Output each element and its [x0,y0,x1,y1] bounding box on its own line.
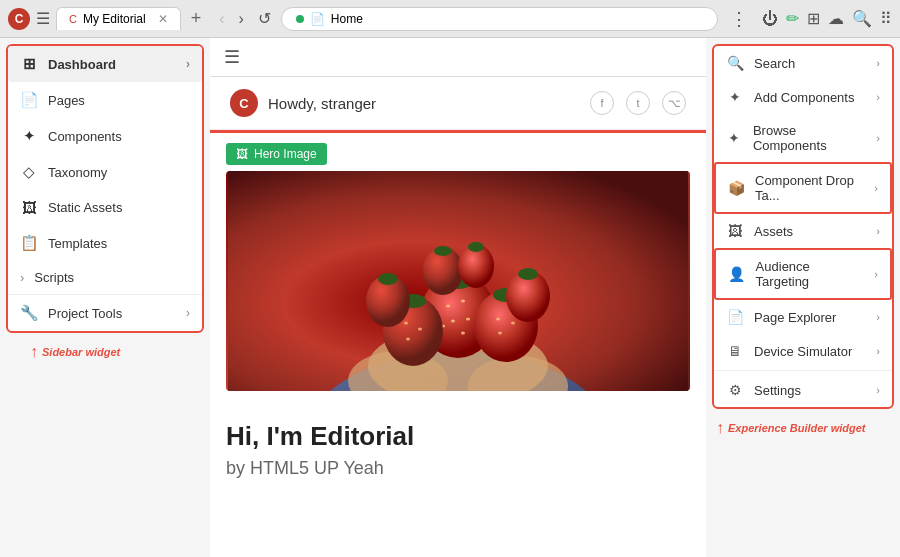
sidebar-label-static-assets: Static Assets [48,200,122,215]
templates-icon: 📋 [20,234,38,252]
right-panel-label-page-explorer: Page Explorer [754,310,836,325]
craftercms-logo: C [230,89,258,117]
right-panel-item-search[interactable]: 🔍 Search › [714,46,892,80]
right-panel-item-assets[interactable]: 🖼 Assets › [714,214,892,248]
sidebar-item-templates[interactable]: 📋 Templates [8,225,202,261]
power-button[interactable]: ⏻ [762,10,778,28]
component-drop-area: 📦 Component Drop Ta... › [714,162,892,214]
right-panel-item-browse-components[interactable]: ✦ Browse Components › [714,114,892,162]
settings-chevron: › [876,384,880,396]
browser-tab[interactable]: C My Editorial ✕ [56,7,181,30]
back-button[interactable]: ‹ [215,8,228,30]
twitter-icon[interactable]: t [626,91,650,115]
grid-button[interactable]: ⊞ [807,9,820,28]
sidebar-item-pages[interactable]: 📄 Pages [8,82,202,118]
hero-svg [226,171,690,391]
hero-label-icon: 🖼 [236,147,248,161]
page-header: C Howdy, stranger f t ⌥ [210,77,706,130]
right-panel-label-add-components: Add Components [754,90,854,105]
svg-point-8 [461,300,465,303]
svg-point-28 [434,246,452,256]
page-header-left: C Howdy, stranger [230,89,376,117]
device-simulator-chevron: › [876,345,880,357]
project-tools-chevron: › [186,306,190,320]
sidebar-widget-label: Sidebar widget [42,346,120,358]
right-panel-label-audience-targeting: Audience Targeting [756,259,865,289]
sidebar-label-scripts: Scripts [34,270,74,285]
edit-button[interactable]: ✏ [786,9,799,28]
sidebar-label-components: Components [48,129,122,144]
search-icon: 🔍 [726,55,744,71]
sidebar-item-taxonomy[interactable]: ◇ Taxonomy [8,154,202,190]
add-components-icon: ✦ [726,89,744,105]
apps-button[interactable]: ⠿ [880,9,892,28]
sidebar-item-scripts[interactable]: › Scripts [8,261,202,294]
search-chevron: › [876,57,880,69]
svg-point-20 [496,318,500,321]
svg-point-30 [468,242,484,252]
components-icon: ✦ [20,127,38,145]
page-explorer-chevron: › [876,311,880,323]
right-panel-item-audience-targeting[interactable]: 👤 Audience Targeting › [714,248,892,300]
sidebar-item-dashboard[interactable]: ⊞ Dashboard › [8,46,202,82]
sidebar-widget-annotation-area: ↑ Sidebar widget [0,339,210,361]
right-panel-label-component-drop: Component Drop Ta... [755,173,864,203]
cms-hamburger-icon[interactable]: ☰ [224,46,240,68]
static-assets-icon: 🖼 [20,199,38,216]
page-icon: 📄 [310,12,325,26]
sidebar-item-static-assets[interactable]: 🖼 Static Assets [8,190,202,225]
svg-point-7 [446,305,450,308]
right-panel-item-add-components[interactable]: ✦ Add Components › [714,80,892,114]
toolbar-area: ☰ ↑ Toolbar widget [210,38,706,77]
right-panel-item-component-drop[interactable]: 📦 Component Drop Ta... › [714,162,892,214]
more-options-icon[interactable]: ⋮ [730,8,748,30]
svg-point-26 [518,268,538,280]
address-bar[interactable]: 📄 Home [281,7,718,31]
page-subtitle: by HTML5 UP Yeah [226,458,690,479]
right-panel-label-search: Search [754,56,795,71]
reload-button[interactable]: ↺ [254,7,275,30]
tab-close-icon[interactable]: ✕ [158,12,168,26]
sidebar-item-project-tools[interactable]: 🔧 Project Tools › [8,295,202,331]
add-tab-button[interactable]: + [191,8,202,29]
dashboard-icon: ⊞ [20,55,38,73]
component-drop-icon: 📦 [728,180,745,196]
svg-point-9 [451,320,455,323]
right-panel-label-device-simulator: Device Simulator [754,344,852,359]
github-icon[interactable]: ⌥ [662,91,686,115]
cms-toolbar: ☰ [210,38,706,77]
pages-icon: 📄 [20,91,38,109]
sidebar-label-taxonomy: Taxonomy [48,165,107,180]
cloud-button[interactable]: ☁ [828,9,844,28]
svg-point-24 [378,273,398,285]
right-panel-divider [714,370,892,371]
right-panel-item-settings[interactable]: ⚙ Settings › [714,373,892,407]
browser-menu-icon[interactable]: ☰ [36,9,50,28]
nav-controls: ‹ › ↺ [215,7,275,30]
social-icons: f t ⌥ [590,91,686,115]
tab-favicon: C [69,13,77,25]
browse-components-icon: ✦ [726,130,743,146]
svg-point-15 [404,322,408,325]
svg-point-10 [466,318,470,321]
facebook-icon[interactable]: f [590,91,614,115]
main-panels: ⊞ Dashboard › 📄 Pages ✦ Components ◇ Tax… [0,38,900,557]
hero-section: 🖼 Hero Image [226,143,690,391]
audience-targeting-area: 👤 Audience Targeting › [714,248,892,300]
sidebar-label-templates: Templates [48,236,107,251]
right-panel-item-page-explorer[interactable]: 📄 Page Explorer › [714,300,892,334]
sidebar-label-project-tools: Project Tools [48,306,122,321]
page-title: Hi, I'm Editorial [226,421,690,452]
scripts-expand-icon: › [20,270,24,285]
sidebar-item-components[interactable]: ✦ Components [8,118,202,154]
assets-icon: 🖼 [726,223,744,239]
sidebar-label-pages: Pages [48,93,85,108]
sidebar-arrow-up: ↑ [30,343,38,361]
dashboard-chevron: › [186,57,190,71]
search-button[interactable]: 🔍 [852,9,872,28]
right-panel-label-settings: Settings [754,383,801,398]
right-panel-item-device-simulator[interactable]: 🖥 Device Simulator › [714,334,892,368]
hero-section-divider [210,130,706,133]
forward-button[interactable]: › [234,8,247,30]
svg-point-12 [461,332,465,335]
